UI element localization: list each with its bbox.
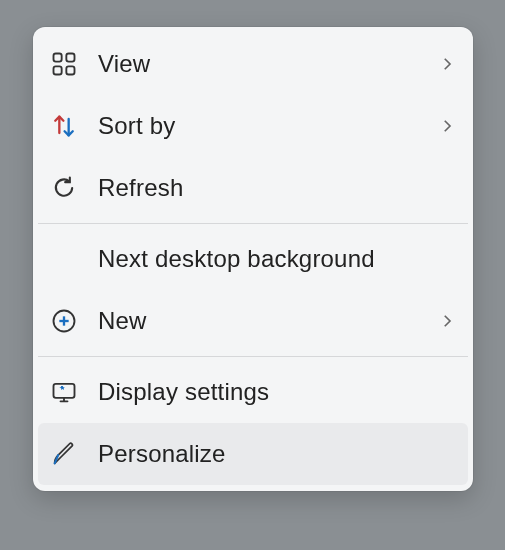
personalize-icon (50, 440, 98, 468)
menu-item-display-settings[interactable]: Display settings (38, 361, 468, 423)
svg-rect-0 (54, 54, 62, 62)
svg-rect-2 (54, 66, 62, 74)
view-icon (50, 50, 98, 78)
chevron-right-icon (438, 55, 456, 73)
refresh-icon (50, 174, 98, 202)
menu-label: Personalize (98, 440, 456, 468)
menu-label: New (98, 307, 438, 335)
menu-item-personalize[interactable]: Personalize (38, 423, 468, 485)
menu-label: Sort by (98, 112, 438, 140)
menu-item-refresh[interactable]: Refresh (38, 157, 468, 219)
display-settings-icon (50, 378, 98, 406)
new-icon (50, 307, 98, 335)
menu-item-new[interactable]: New (38, 290, 468, 352)
chevron-right-icon (438, 117, 456, 135)
menu-item-sort-by[interactable]: Sort by (38, 95, 468, 157)
menu-item-view[interactable]: View (38, 33, 468, 95)
svg-rect-7 (54, 384, 75, 398)
menu-label: View (98, 50, 438, 78)
menu-label: Refresh (98, 174, 456, 202)
chevron-right-icon (438, 312, 456, 330)
separator (38, 223, 468, 224)
desktop-context-menu: View Sort by Refresh N (33, 27, 473, 491)
separator (38, 356, 468, 357)
menu-item-next-background[interactable]: Next desktop background (38, 228, 468, 290)
svg-rect-3 (66, 66, 74, 74)
sort-icon (50, 112, 98, 140)
svg-rect-1 (66, 54, 74, 62)
menu-label: Display settings (98, 378, 456, 406)
menu-label: Next desktop background (98, 245, 456, 273)
